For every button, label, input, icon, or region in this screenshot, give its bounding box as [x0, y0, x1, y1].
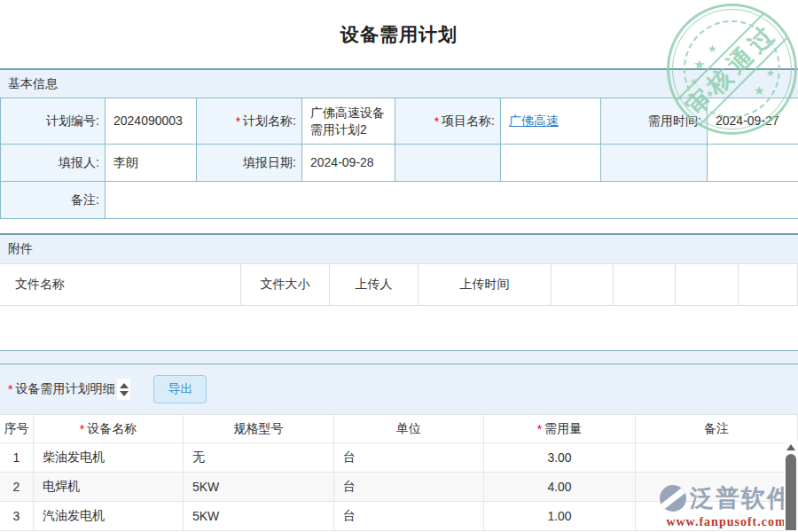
vendor-watermark: 泛普软件 www.fanpusoft.com: [660, 482, 793, 529]
col-required-qty: * 需用量: [484, 415, 636, 443]
scrollbar-thumb[interactable]: [786, 454, 796, 530]
table-row: 1 柴油发电机 无 台 3.00: [0, 443, 798, 473]
attachments-empty-area: [0, 306, 798, 350]
required-marker: *: [236, 114, 240, 129]
cell-spec-model: 5KW: [184, 473, 334, 502]
spacer: [0, 219, 798, 233]
attach-col-empty: [614, 264, 676, 306]
cell-equipment-name: 电焊机: [34, 473, 184, 502]
attachments-table-header: 文件名称 文件大小 上传人 上传时间: [0, 263, 798, 306]
remark-label: 备注:: [1, 182, 106, 219]
basic-info-form: 计划编号: 2024090003 * 计划名称: 广佛高速设备需用计划2 * 项…: [0, 98, 798, 219]
plan-name-value: 广佛高速设备需用计划2: [302, 98, 395, 145]
vertical-scrollbar[interactable]: [784, 441, 798, 532]
required-marker: *: [8, 382, 12, 396]
attach-col-upload-time: 上传时间: [419, 264, 552, 306]
attach-col-file-name: 文件名称: [0, 264, 241, 306]
cell-required-qty: 1.00: [484, 502, 636, 531]
vendor-url: www.fanpusoft.com: [660, 515, 793, 529]
required-marker: *: [434, 114, 439, 129]
cell-spec-model: 无: [184, 443, 334, 473]
fill-date-value: 2024-09-28: [302, 145, 395, 182]
vendor-logo-icon: [660, 485, 686, 512]
attach-col-empty: [552, 264, 614, 306]
cell-unit: 台: [334, 502, 484, 531]
fill-date-label: 填报日期:: [197, 145, 302, 182]
detail-table-header: 序号 * 设备名称 规格型号 单位 * 需用量 备注: [0, 414, 798, 443]
attach-col-empty: [676, 264, 739, 306]
section-header-basic-info: 基本信息: [0, 68, 798, 98]
empty-value-cell: [708, 145, 798, 182]
col-seq: 序号: [0, 415, 34, 443]
page-title: 设备需用计划: [340, 22, 458, 47]
scrollbar-up-arrow-icon[interactable]: [786, 444, 795, 450]
project-name-label: * 项目名称:: [395, 98, 501, 145]
need-time-value: 2024-09-27: [708, 98, 798, 145]
detail-section-bar: * 设备需用计划明细 导出: [0, 364, 798, 414]
col-spec-model: 规格型号: [184, 415, 334, 443]
section-header-attachments: 附件: [0, 233, 798, 263]
equipment-requirement-plan-page: 设备需用计划 基本信息 计划编号: 2024090003 * 计划名称: 广佛高…: [0, 0, 798, 532]
empty-label-cell: [601, 145, 708, 182]
cell-unit: 台: [334, 443, 484, 473]
need-time-label: 需用时间:: [601, 98, 708, 145]
detail-section-title: 设备需用计划明细: [15, 381, 114, 397]
col-equipment-name: * 设备名称: [34, 415, 184, 443]
cell-seq: 3: [0, 502, 34, 531]
required-marker: *: [537, 422, 542, 436]
attach-col-file-size: 文件大小: [241, 264, 330, 306]
title-area: 设备需用计划: [0, 0, 798, 68]
vendor-brand-name: 泛普软件: [690, 482, 793, 514]
cell-required-qty: 4.00: [484, 473, 636, 502]
sort-down-icon: [120, 391, 129, 396]
attach-col-uploader: 上传人: [330, 264, 419, 306]
cell-unit: 台: [334, 473, 484, 502]
remark-value: [106, 182, 798, 219]
vendor-brand-row: 泛普软件: [660, 482, 793, 514]
cell-required-qty: 3.00: [484, 443, 636, 473]
filler-value: 李朗: [106, 145, 197, 182]
plan-name-label: * 计划名称:: [197, 98, 302, 145]
project-name-link[interactable]: 广佛高速: [509, 113, 559, 129]
attach-col-empty: [739, 264, 798, 306]
cell-remark: [636, 443, 798, 473]
empty-label-cell: [395, 145, 501, 182]
sort-toggle-icon[interactable]: [117, 379, 130, 400]
cell-spec-model: 5KW: [184, 502, 334, 531]
col-remark: 备注: [636, 415, 798, 443]
export-button[interactable]: 导出: [153, 375, 207, 403]
filler-label: 填报人:: [1, 145, 106, 182]
cell-seq: 1: [0, 443, 34, 473]
cell-equipment-name: 柴油发电机: [34, 443, 184, 473]
cell-seq: 2: [0, 473, 34, 502]
section-title-basic-info: 基本信息: [8, 76, 58, 92]
empty-value-cell: [501, 145, 601, 182]
project-name-value: 广佛高速: [501, 98, 601, 145]
plan-no-value: 2024090003: [106, 98, 197, 145]
required-marker: *: [80, 422, 84, 436]
col-unit: 单位: [334, 415, 484, 443]
plan-no-label: 计划编号:: [1, 98, 106, 145]
section-title-attachments: 附件: [8, 241, 33, 257]
divider-strip: [0, 350, 798, 364]
cell-equipment-name: 汽油发电机: [34, 502, 184, 531]
sort-up-icon: [120, 383, 129, 388]
